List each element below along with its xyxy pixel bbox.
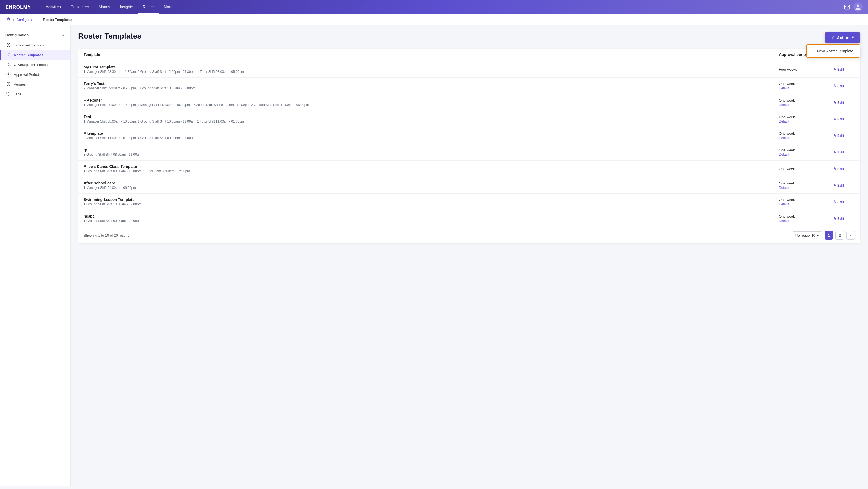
action-button[interactable]: ✓ Action ▾ xyxy=(825,32,860,43)
sidebar-item-timesheet-settings[interactable]: Timesheet Settings xyxy=(0,40,70,50)
approval-period-cell: One week Default xyxy=(779,214,833,223)
template-cell: A template 2 Manager Shift 11:00am - 01:… xyxy=(84,131,779,140)
edit-button[interactable]: ✎ Edit xyxy=(833,167,844,171)
edit-button[interactable]: ✎ Edit xyxy=(833,100,844,104)
sidebar-item-roster-templates[interactable]: Roster Templates xyxy=(0,50,70,60)
breadcrumb-configuration[interactable]: Configuration xyxy=(16,18,37,22)
template-details: 1 Ground Staff Shift 08:00am - 12:00pm, … xyxy=(84,169,779,173)
template-details: 1 Ground Staff Shift 09:00am - 02:00pm xyxy=(84,219,779,223)
approval-default: Default xyxy=(779,186,833,190)
edit-cell: ✎ Edit xyxy=(833,167,855,171)
nav-items: Activities Customers Money Insights Rost… xyxy=(41,0,844,14)
approval-default: Default xyxy=(779,203,833,206)
table-row: Alice's Dance Class Template 1 Ground St… xyxy=(78,160,860,177)
approval-period-cell: One week xyxy=(779,167,833,171)
template-cell: Terry's Test 2 Manager Shift 09:00am - 0… xyxy=(84,82,779,90)
page-header: Roster Templates ✓ Action ▾ + New Roster… xyxy=(78,32,860,43)
edit-cell: ✎ Edit xyxy=(833,134,855,138)
template-details: 1 Ground Staff Shift 10:00am - 02:00pm xyxy=(84,203,779,206)
home-icon[interactable] xyxy=(6,17,11,22)
edit-button[interactable]: ✎ Edit xyxy=(833,84,844,88)
per-page-chevron-icon: ▾ xyxy=(817,233,819,238)
nav-item-customers[interactable]: Customers xyxy=(66,0,94,14)
nav-item-insights[interactable]: Insights xyxy=(115,0,138,14)
nav-item-more[interactable]: More xyxy=(159,0,177,14)
breadcrumb-sep-1: › xyxy=(13,18,14,22)
new-roster-template-label: New Roster Template xyxy=(817,49,854,53)
nav-divider xyxy=(36,3,36,11)
edit-icon: ✎ xyxy=(833,84,836,88)
nav-item-roster[interactable]: Roster xyxy=(138,0,159,14)
sidebar: Configuration ▲ Timesheet Settings Roste… xyxy=(0,25,71,486)
sidebar-item-label: Venues xyxy=(14,82,26,86)
template-name: tp xyxy=(84,148,779,152)
edit-icon: ✎ xyxy=(833,183,836,187)
table-header: Template Approval period xyxy=(78,49,860,61)
pagination-controls: Per page 10 ▾ 1 2 › xyxy=(792,231,855,240)
approval-period-cell: Four weeks xyxy=(779,67,833,71)
action-dropdown: + New Roster Template xyxy=(806,44,860,58)
template-name: Test xyxy=(84,115,779,119)
edit-button[interactable]: ✎ Edit xyxy=(833,134,844,138)
table-row: tp 3 Ground Staff Shift 08:00am - 11:00a… xyxy=(78,144,860,160)
roster-templates-table: Template Approval period My First Templa… xyxy=(78,49,860,243)
approval-period-cell: One week Default xyxy=(779,131,833,140)
page-container: Configuration ▲ Timesheet Settings Roste… xyxy=(0,25,868,486)
edit-button[interactable]: ✎ Edit xyxy=(833,150,844,154)
approval-default: Default xyxy=(779,153,833,156)
main-content: Roster Templates ✓ Action ▾ + New Roster… xyxy=(71,25,868,486)
approval-period-value: One week xyxy=(779,98,833,102)
page-1-button[interactable]: 1 xyxy=(825,231,833,240)
edit-icon: ✎ xyxy=(833,200,836,204)
user-avatar[interactable] xyxy=(853,2,863,12)
template-name: Swimming Lesson Template xyxy=(84,197,779,202)
approval-period-cell: One week Default xyxy=(779,98,833,107)
template-name: hsabc xyxy=(84,214,779,218)
sidebar-item-tags[interactable]: Tags xyxy=(0,89,70,99)
sidebar-item-label: Roster Templates xyxy=(14,53,43,57)
next-page-button[interactable]: › xyxy=(846,231,855,240)
sidebar-item-approval-period[interactable]: Approval Period xyxy=(0,69,70,79)
approval-default: Default xyxy=(779,86,833,90)
template-cell: Test 1 Manager Shift 08:00am - 10:00am, … xyxy=(84,115,779,123)
table-row: Swimming Lesson Template 1 Ground Staff … xyxy=(78,194,860,210)
edit-button[interactable]: ✎ Edit xyxy=(833,67,844,71)
template-details: 1 Manager Shift 08:30am - 11:30am, 2 Gro… xyxy=(84,70,779,73)
template-name: HP Roster xyxy=(84,98,779,102)
edit-button[interactable]: ✎ Edit xyxy=(833,216,844,221)
map-pin-icon xyxy=(6,82,10,86)
edit-cell: ✎ Edit xyxy=(833,84,855,88)
nav-item-activities[interactable]: Activities xyxy=(41,0,66,14)
notifications-button[interactable] xyxy=(844,4,850,10)
template-cell: After School care 1 Manager Shift 04:00p… xyxy=(84,181,779,190)
approval-clock-icon xyxy=(6,72,10,77)
page-2-button[interactable]: 2 xyxy=(835,231,844,240)
edit-cell: ✎ Edit xyxy=(833,150,855,154)
action-button-wrapper: ✓ Action ▾ + New Roster Template xyxy=(825,32,860,43)
clock-icon xyxy=(6,43,10,47)
svg-point-13 xyxy=(8,83,9,85)
edit-button[interactable]: ✎ Edit xyxy=(833,183,844,187)
template-details: 1 Manager Shift 09:00am - 12:00pm, 1 Man… xyxy=(84,103,779,107)
edit-button[interactable]: ✎ Edit xyxy=(833,117,844,121)
per-page-label: Per page xyxy=(796,233,810,238)
col-template: Template xyxy=(84,53,779,57)
breadcrumb: › Configuration › Roster Templates xyxy=(0,14,868,25)
sidebar-item-coverage-thresholds[interactable]: Coverage Thresholds xyxy=(0,60,70,69)
template-cell: My First Template 1 Manager Shift 08:30a… xyxy=(84,65,779,73)
template-name: A template xyxy=(84,131,779,135)
action-check-icon: ✓ xyxy=(831,35,835,40)
template-cell: HP Roster 1 Manager Shift 09:00am - 12:0… xyxy=(84,98,779,107)
template-name: Terry's Test xyxy=(84,82,779,86)
edit-cell: ✎ Edit xyxy=(833,183,855,187)
approval-period-cell: One week Default xyxy=(779,198,833,206)
nav-item-money[interactable]: Money xyxy=(94,0,115,14)
new-roster-template-item[interactable]: + New Roster Template xyxy=(807,45,860,57)
per-page-select[interactable]: Per page 10 ▾ xyxy=(792,232,823,239)
edit-icon: ✎ xyxy=(833,100,836,104)
approval-default: Default xyxy=(779,120,833,123)
edit-button[interactable]: ✎ Edit xyxy=(833,200,844,204)
approval-period-cell: One week Default xyxy=(779,82,833,90)
sidebar-item-venues[interactable]: Venues xyxy=(0,79,70,89)
sidebar-chevron-icon[interactable]: ▲ xyxy=(62,33,65,37)
